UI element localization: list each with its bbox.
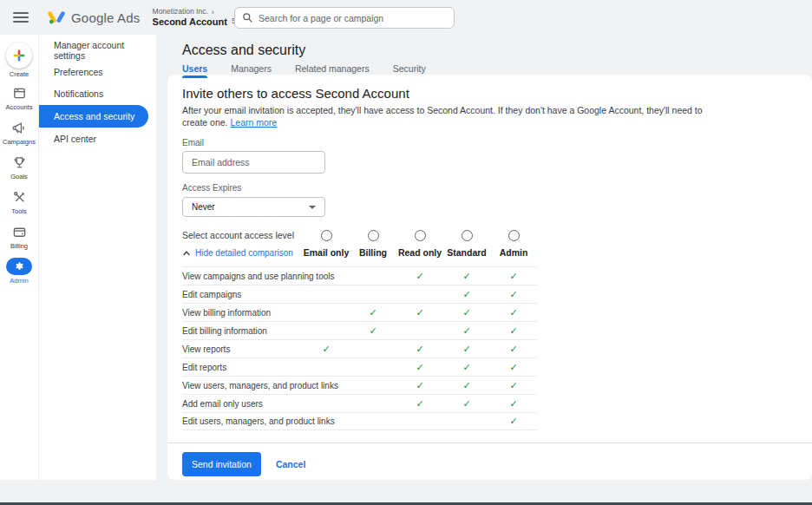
tab[interactable]: Managers (231, 63, 272, 78)
check-icon: ✓ (396, 271, 443, 282)
permission-feature: View campaigns and use planning tools (182, 272, 303, 281)
trophy-icon (10, 154, 28, 171)
rail-item-label: Tools (11, 207, 27, 215)
permission-row: Add email only users ✓✓✓ (182, 394, 537, 412)
rail-item[interactable]: Accounts (0, 84, 39, 111)
access-level-section: Select account access level Hide detaile… (182, 230, 812, 258)
search-bar[interactable] (234, 7, 455, 29)
permission-feature: View users, managers, and product links (182, 381, 303, 390)
empty-cell (396, 325, 443, 337)
access-level-radio[interactable] (321, 230, 332, 241)
access-level-option[interactable]: Standard (443, 230, 490, 258)
check-icon: ✓ (443, 289, 490, 300)
empty-cell (396, 289, 443, 300)
plus-icon (6, 43, 32, 69)
empty-cell (303, 289, 350, 300)
sidebar-item[interactable]: API center (39, 128, 156, 149)
main-content: Access and security Users Managers Relat… (156, 35, 812, 480)
access-level-radio[interactable] (415, 230, 426, 241)
empty-cell (443, 416, 490, 427)
permission-feature: Edit users, managers, and product links (182, 416, 303, 426)
check-icon: ✓ (490, 307, 537, 318)
access-level-name: Billing (359, 247, 387, 258)
email-field[interactable] (182, 151, 325, 174)
check-icon: ✓ (396, 344, 443, 355)
permission-row: Edit reports ✓✓✓ (182, 357, 537, 376)
access-expires-label: Access Expires (182, 183, 812, 193)
actions-divider (167, 443, 812, 443)
check-icon: ✓ (443, 362, 490, 373)
cancel-button[interactable]: Cancel (276, 459, 305, 469)
access-level-radio[interactable] (508, 230, 520, 241)
check-icon: ✓ (490, 325, 537, 337)
empty-cell (303, 416, 350, 427)
rail-item-label: Admin (10, 277, 28, 285)
permission-feature: View reports (182, 344, 303, 354)
access-level-radio[interactable] (368, 230, 379, 241)
rail-item[interactable]: Goals (0, 154, 39, 180)
form-actions: Send invitation Cancel (182, 452, 812, 476)
accounts-icon (10, 84, 28, 102)
check-icon: ✓ (443, 344, 490, 355)
page-title: Access and security (182, 35, 812, 58)
tab[interactable]: Security (393, 63, 426, 78)
sidebar-item[interactable]: Preferences (39, 62, 156, 82)
rail-item-label: Campaigns (3, 138, 36, 146)
tab-label: Managers (231, 63, 272, 74)
sidebar-item[interactable]: Access and security (39, 105, 148, 128)
check-icon: ✓ (490, 344, 537, 355)
permission-feature: Add email only users (182, 399, 303, 409)
email-label: Email (182, 138, 812, 148)
check-icon: ✓ (490, 416, 537, 427)
access-expires-select[interactable]: Never (182, 197, 325, 217)
sidebar-item[interactable]: Manager account settings (39, 40, 156, 61)
rail-item[interactable]: Tools (0, 188, 39, 215)
google-ads-logo[interactable]: Google Ads (48, 10, 141, 25)
permission-row: View users, managers, and product links … (182, 376, 537, 394)
permission-feature: Edit billing information (182, 326, 303, 336)
permission-row: Edit billing information ✓✓✓ (182, 321, 537, 339)
permission-row: Edit users, managers, and product links … (182, 412, 537, 430)
sidebar-item[interactable]: Notifications (39, 83, 156, 104)
tab-label: Related managers (295, 63, 370, 74)
check-icon: ✓ (396, 398, 443, 410)
access-level-option[interactable]: Email only (303, 230, 350, 258)
check-icon: ✓ (490, 362, 537, 373)
main-menu-icon[interactable] (13, 12, 29, 23)
access-expires-value: Never (192, 202, 215, 212)
access-level-option[interactable]: Billing (350, 230, 396, 258)
check-icon: ✓ (443, 271, 490, 282)
send-invitation-button[interactable]: Send invitation (182, 452, 261, 476)
tab[interactable]: Users (182, 63, 207, 78)
settings-sidebar: Manager account settings Preferences Not… (39, 35, 156, 480)
empty-cell (303, 398, 350, 410)
nav-rail: Create Accounts Campaigns Goals Tools (0, 35, 39, 480)
check-icon: ✓ (396, 380, 443, 391)
check-icon: ✓ (443, 307, 490, 318)
app-name: Google Ads (71, 10, 141, 25)
rail-item[interactable]: Admin (0, 258, 39, 285)
empty-cell (350, 380, 396, 391)
rail-item[interactable]: Create (0, 43, 39, 78)
invite-description: After your email invitation is accepted,… (182, 104, 703, 128)
invite-heading: Invite others to access Second Account (182, 86, 812, 101)
empty-cell (396, 416, 443, 427)
permissions-table: View campaigns and use planning tools ✓✓… (182, 266, 537, 430)
learn-more-link[interactable]: Learn more (230, 117, 277, 128)
footer-band (0, 480, 812, 505)
search-input[interactable] (259, 13, 447, 23)
rail-item[interactable]: Billing (0, 223, 39, 250)
access-level-option[interactable]: Read only (396, 230, 443, 258)
access-level-options: Email only Billing Read only (303, 230, 537, 258)
access-level-name: Read only (398, 247, 442, 258)
permission-row: View campaigns and use planning tools ✓✓… (182, 266, 537, 285)
access-level-option[interactable]: Admin (490, 230, 537, 258)
manager-account-name: Monetization Inc. (153, 8, 208, 16)
tab[interactable]: Related managers (295, 63, 370, 78)
check-icon: ✓ (490, 398, 537, 410)
check-icon: ✓ (303, 344, 350, 355)
rail-item[interactable]: Campaigns (0, 119, 39, 146)
check-icon: ✓ (396, 362, 443, 373)
hide-comparison-link[interactable]: Hide detailed comparison (182, 248, 303, 258)
access-level-radio[interactable] (462, 230, 473, 241)
